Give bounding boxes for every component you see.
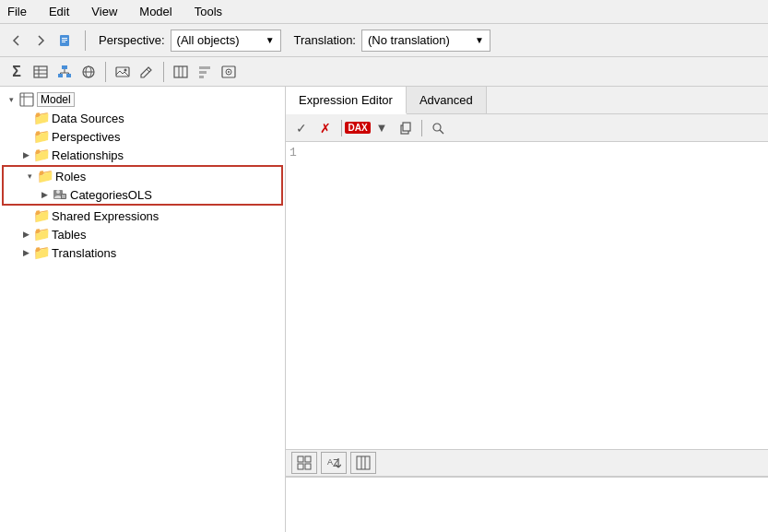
expander-data-sources — [18, 111, 33, 125]
expr-sep-2 — [421, 120, 422, 136]
sigma-button[interactable]: Σ — [6, 61, 28, 83]
table-button[interactable] — [30, 61, 52, 83]
edit-button[interactable] — [136, 61, 158, 83]
svg-rect-43 — [305, 456, 311, 462]
perspective-dropdown[interactable]: (All objects) ▼ — [171, 30, 281, 52]
svg-rect-24 — [199, 66, 210, 69]
svg-rect-9 — [58, 74, 63, 77]
globe-button[interactable] — [77, 61, 100, 83]
sort-az-button[interactable]: A Z — [321, 452, 347, 474]
svg-point-29 — [228, 71, 230, 73]
folder-icon-perspectives: 📁 — [33, 129, 50, 144]
tab-advanced[interactable]: Advanced — [407, 87, 487, 113]
svg-point-40 — [433, 124, 441, 131]
label-shared-expressions: Shared Expressions — [50, 209, 159, 223]
folder-icon-tables: 📁 — [33, 227, 50, 242]
expander-relationships: ▶ — [18, 148, 33, 162]
tree-item-perspectives[interactable]: 📁 Perspectives — [0, 127, 285, 146]
expander-tables: ▶ — [18, 227, 33, 242]
label-roles: Roles — [53, 170, 86, 183]
menu-file[interactable]: File — [4, 3, 30, 20]
tree-panel: ▾ Model 📁 Data Sources 📁 Perspectives ▶ … — [0, 87, 286, 532]
back-button[interactable] — [6, 30, 28, 52]
tree-item-roles[interactable]: ▾ 📁 Roles — [4, 167, 281, 185]
line-number: 1 — [289, 146, 297, 160]
check-button[interactable]: ✓ — [291, 118, 312, 138]
tree-item-model[interactable]: ▾ Model — [0, 90, 285, 109]
tree-item-shared-expressions[interactable]: 📁 Shared Expressions — [0, 207, 285, 225]
expander-shared-expressions — [18, 208, 33, 223]
tab-expression-editor[interactable]: Expression Editor — [286, 87, 407, 114]
svg-rect-30 — [20, 93, 33, 106]
forward-button[interactable] — [30, 30, 52, 52]
expander-perspectives — [18, 129, 33, 144]
perspective-icon-button[interactable] — [218, 61, 240, 83]
tree-item-relationships[interactable]: ▶ 📁 Relationships — [0, 146, 285, 164]
copy-button[interactable] — [396, 118, 416, 138]
translation-label: Translation: — [294, 33, 356, 47]
menu-view[interactable]: View — [88, 3, 121, 20]
svg-rect-25 — [199, 71, 207, 74]
folder-icon-translations: 📁 — [33, 245, 50, 260]
model-icon — [18, 92, 35, 107]
svg-point-19 — [124, 68, 127, 71]
toolbar-icons-left — [6, 30, 76, 52]
columns-view-button[interactable] — [350, 452, 376, 474]
svg-line-20 — [147, 69, 149, 72]
image-button[interactable] — [112, 61, 134, 83]
svg-rect-3 — [62, 41, 65, 42]
svg-rect-39 — [403, 123, 410, 131]
toolbar-sep-1 — [85, 30, 86, 51]
right-panel: Expression Editor Advanced ✓ ✗ DAX ▼ — [286, 87, 768, 532]
label-categoriesols: CategoriesOLS — [68, 188, 152, 202]
search-button[interactable] — [428, 118, 448, 138]
bottom-area — [286, 477, 768, 532]
toolbar-sep-2 — [105, 62, 106, 82]
menu-model[interactable]: Model — [136, 3, 175, 20]
label-perspectives: Perspectives — [50, 130, 120, 144]
expander-translations: ▶ — [18, 245, 33, 260]
columns-button[interactable] — [170, 61, 192, 83]
expander-roles: ▾ — [22, 169, 37, 183]
folder-icon-relationships: 📁 — [33, 148, 50, 162]
menu-edit[interactable]: Edit — [45, 3, 73, 20]
role-item-icon — [52, 187, 68, 202]
menu-tools[interactable]: Tools — [191, 3, 226, 20]
label-relationships: Relationships — [50, 148, 124, 162]
folder-icon-shared-expressions: 📁 — [33, 208, 50, 223]
dax-button[interactable]: DAX — [348, 118, 368, 138]
expander-model: ▾ — [4, 92, 18, 107]
menu-bar: File Edit View Model Tools — [0, 0, 768, 24]
model-label: Model — [37, 92, 75, 107]
document-button[interactable] — [53, 30, 76, 52]
tree-item-translations[interactable]: ▶ 📁 Translations — [0, 243, 285, 262]
toolbar-sep-3 — [163, 62, 164, 82]
label-data-sources: Data Sources — [50, 112, 124, 125]
grid-view-button[interactable] — [291, 452, 317, 474]
svg-line-41 — [440, 130, 443, 134]
tree-item-categoriesols[interactable]: ▶ CategoriesOLS — [4, 185, 281, 204]
svg-rect-21 — [174, 66, 187, 77]
cancel-button[interactable]: ✗ — [315, 118, 336, 138]
main-content: ▾ Model 📁 Data Sources 📁 Perspectives ▶ … — [0, 87, 768, 532]
svg-rect-1 — [62, 38, 67, 39]
expr-sep-1 — [341, 120, 342, 136]
expression-editor-tabs: Expression Editor Advanced — [286, 87, 768, 114]
tree-item-data-sources[interactable]: 📁 Data Sources — [0, 109, 285, 127]
sort-button[interactable] — [194, 61, 216, 83]
svg-point-34 — [56, 190, 60, 194]
svg-rect-51 — [357, 456, 370, 469]
svg-rect-4 — [34, 66, 47, 77]
translation-dropdown[interactable]: (No translation) ▼ — [361, 30, 490, 52]
svg-rect-26 — [199, 76, 204, 78]
expression-editor-bottom-toolbar: A Z — [286, 449, 768, 477]
label-tables: Tables — [50, 228, 87, 242]
expression-editor-area[interactable]: 1 — [286, 142, 768, 449]
arrow-button[interactable]: ▼ — [372, 118, 392, 138]
expression-editor-toolbar: ✓ ✗ DAX ▼ — [286, 114, 768, 142]
toolbar-row: Perspective: (All objects) ▼ Translation… — [0, 24, 768, 57]
folder-icon-roles: 📁 — [37, 169, 53, 183]
tree-item-tables[interactable]: ▶ 📁 Tables — [0, 225, 285, 243]
hierarchy-button[interactable] — [53, 61, 76, 83]
icon-toolbar-row: Σ — [0, 57, 768, 87]
